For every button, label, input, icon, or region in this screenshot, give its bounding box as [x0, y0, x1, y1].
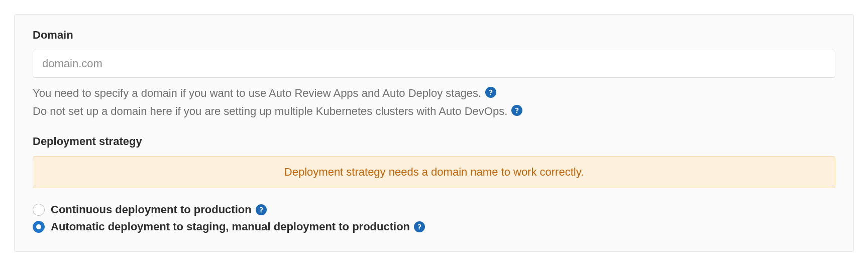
deployment-strategy-warning-alert: Deployment strategy needs a domain name … [33, 156, 835, 188]
radio-continuous-label[interactable]: Continuous deployment to production [51, 203, 267, 216]
domain-help-text-1: You need to specify a domain if you want… [33, 87, 481, 99]
strategy-option-continuous[interactable]: Continuous deployment to production [33, 203, 835, 216]
help-circle-icon[interactable] [485, 87, 496, 98]
domain-help-line-2: Do not set up a domain here if you are s… [33, 103, 835, 120]
domain-help-text-2: Do not set up a domain here if you are s… [33, 105, 507, 117]
help-circle-icon[interactable] [511, 105, 522, 116]
radio-continuous[interactable] [33, 204, 45, 216]
deployment-strategy-label: Deployment strategy [33, 135, 835, 148]
settings-panel: Domain You need to specify a domain if y… [14, 14, 854, 252]
help-circle-icon[interactable] [256, 204, 267, 215]
radio-continuous-text: Continuous deployment to production [51, 203, 252, 216]
help-circle-icon[interactable] [414, 221, 425, 232]
radio-staging-label[interactable]: Automatic deployment to staging, manual … [51, 220, 425, 233]
strategy-option-staging[interactable]: Automatic deployment to staging, manual … [33, 220, 835, 233]
domain-label: Domain [33, 29, 835, 42]
domain-input[interactable] [33, 50, 835, 78]
domain-help-line-1: You need to specify a domain if you want… [33, 85, 835, 102]
radio-staging-text: Automatic deployment to staging, manual … [51, 220, 410, 233]
radio-staging[interactable] [33, 221, 45, 233]
